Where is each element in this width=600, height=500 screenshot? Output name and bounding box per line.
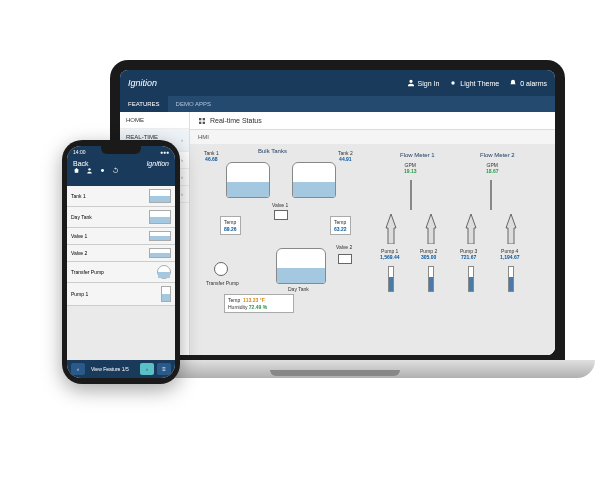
phone-notch	[101, 146, 141, 154]
footer-prev-button[interactable]: ‹	[71, 363, 85, 375]
pipe	[490, 180, 492, 210]
laptop-foot	[270, 370, 400, 376]
page-subhead: HMI	[190, 130, 555, 144]
row-label: Valve 2	[71, 250, 87, 256]
dashboard-icon	[198, 117, 206, 125]
phone-row-valve2[interactable]: Valve 2	[67, 245, 175, 262]
refresh-icon[interactable]	[112, 167, 119, 174]
tank2-label: Tank 244.91	[338, 150, 353, 162]
main-area: Real-time Status HMI Bulk Tanks Flow Met…	[190, 112, 555, 355]
row-label: Pump 1	[71, 291, 88, 297]
phone-frame: 14:00 ●●● Back Ignition Tank 1 Day Tank …	[62, 140, 180, 384]
valve1-label: Valve 1	[272, 202, 288, 208]
row-label: Valve 1	[71, 233, 87, 239]
pump2-label: Pump 2305.00	[420, 248, 437, 260]
pump3-label: Pump 3721.67	[460, 248, 477, 260]
mini-valve-icon	[149, 231, 171, 241]
chevron-right-icon: ›	[181, 137, 183, 143]
pump4-label: Pump 41,194.67	[500, 248, 519, 260]
theme-toggle[interactable]: Light Theme	[449, 79, 499, 87]
status-icons: ●●●	[160, 149, 169, 155]
row-label: Tank 1	[71, 193, 86, 199]
day-tank-label: Day Tank	[288, 286, 309, 292]
svg-rect-4	[203, 121, 205, 123]
pipe	[410, 180, 412, 210]
mini-tank-icon	[149, 189, 171, 203]
phone-row-daytank[interactable]: Day Tank	[67, 207, 175, 228]
flow1-val: GPM19.13	[404, 162, 417, 174]
status-time: 14:00	[73, 149, 86, 155]
svg-rect-1	[199, 118, 201, 120]
phone-screen: 14:00 ●●● Back Ignition Tank 1 Day Tank …	[67, 146, 175, 378]
pump2-meter	[428, 266, 434, 292]
pump1-label: Pump 11,569.44	[380, 248, 399, 260]
phone-header: Back Ignition	[67, 158, 175, 186]
phone-row-pump1[interactable]: Pump 1	[67, 283, 175, 306]
phone-body[interactable]: Tank 1 Day Tank Valve 1 Valve 2 Transfer…	[67, 186, 175, 360]
section-flow2: Flow Meter 2	[480, 152, 515, 158]
svg-point-0	[452, 81, 455, 84]
pump3-icon[interactable]	[462, 214, 480, 245]
bell-icon	[509, 79, 517, 87]
svg-rect-3	[199, 121, 201, 123]
pump4-meter	[508, 266, 514, 292]
user-icon[interactable]	[86, 167, 93, 174]
laptop-screen: Ignition Sign In Light Theme 0 alarms FE…	[120, 70, 555, 355]
app-header: Ignition Sign In Light Theme 0 alarms	[120, 70, 555, 96]
mini-valve-icon	[149, 248, 171, 258]
valve1[interactable]	[274, 210, 288, 220]
home-icon[interactable]	[73, 167, 80, 174]
page-title: Real-time Status	[210, 117, 262, 124]
chevron-right-icon: ›	[181, 191, 183, 197]
flow2-val: GPM18.67	[486, 162, 499, 174]
valve2-label: Valve 2	[336, 244, 352, 250]
tank1-label: Tank 146.68	[204, 150, 219, 162]
mini-tank-icon	[149, 210, 171, 224]
row-label: Transfer Pump	[71, 269, 104, 275]
signin-link[interactable]: Sign In	[407, 79, 440, 87]
valve2[interactable]	[338, 254, 352, 264]
section-flow1: Flow Meter 1	[400, 152, 435, 158]
alarms-link[interactable]: 0 alarms	[509, 79, 547, 87]
hmi-canvas[interactable]: Bulk Tanks Flow Meter 1 Flow Meter 2 Tan…	[190, 144, 555, 355]
transfer-pump[interactable]	[214, 262, 228, 276]
pump1-icon[interactable]	[382, 214, 400, 245]
env-box: Temp 113.23 °F Humidity 72.49 %	[224, 294, 294, 313]
mini-pump-icon	[157, 265, 171, 279]
signin-label: Sign In	[418, 80, 440, 87]
chevron-right-icon: ›	[181, 157, 183, 163]
phone-footer: ‹ View Feature 1/5 › ≡	[67, 360, 175, 378]
pump3-meter	[468, 266, 474, 292]
phone-row-valve1[interactable]: Valve 1	[67, 228, 175, 245]
header-tabs: FEATURES DEMO APPS	[120, 96, 555, 112]
chevron-right-icon: ›	[181, 174, 183, 180]
pump2-icon[interactable]	[422, 214, 440, 245]
alarms-label: 0 alarms	[520, 80, 547, 87]
section-bulk-tanks: Bulk Tanks	[258, 148, 287, 154]
svg-rect-2	[203, 118, 205, 120]
footer-menu-button[interactable]: ≡	[157, 363, 171, 375]
tank1[interactable]	[226, 162, 270, 198]
tab-features[interactable]: FEATURES	[120, 96, 168, 112]
footer-next-button[interactable]: ›	[140, 363, 154, 375]
temp-right-box: Temp63.22	[330, 216, 351, 235]
tank2[interactable]	[292, 162, 336, 198]
phone-row-transferpump[interactable]: Transfer Pump	[67, 262, 175, 283]
page-titlebar: Real-time Status	[190, 112, 555, 130]
footer-label: View Feature 1/5	[88, 366, 137, 372]
pump1-meter	[388, 266, 394, 292]
svg-point-5	[88, 168, 90, 170]
sidebar-label: HOME	[126, 117, 144, 123]
tab-demo-apps[interactable]: DEMO APPS	[168, 96, 219, 112]
back-button[interactable]: Back	[73, 160, 89, 167]
svg-point-6	[101, 169, 104, 172]
sun-icon[interactable]	[99, 167, 106, 174]
day-tank[interactable]	[276, 248, 326, 284]
brand-logo: Ignition	[146, 160, 169, 167]
brand-logo: Ignition	[128, 78, 397, 88]
temp-left-box: Temp89.26	[220, 216, 241, 235]
row-label: Day Tank	[71, 214, 92, 220]
phone-row-tank1[interactable]: Tank 1	[67, 186, 175, 207]
sidebar-item-home[interactable]: HOME	[120, 112, 189, 129]
pump4-icon[interactable]	[502, 214, 520, 245]
